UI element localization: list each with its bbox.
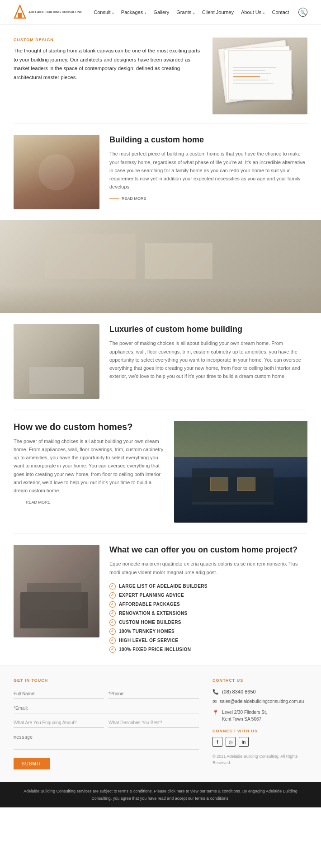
logo-icon <box>14 5 26 20</box>
read-more-building[interactable]: READ MORE <box>109 196 146 201</box>
offer-list: ✓ LARGE LIST OF ADELAIDE BUILDERS ✓ EXPE… <box>109 582 307 654</box>
check-icon-3: ✓ <box>109 601 116 608</box>
email-detail: ✉ sales@adelaidebuildingconsulting.com.a… <box>212 698 307 705</box>
full-width-image <box>0 220 321 313</box>
submit-button[interactable]: SUBMIT <box>14 758 50 769</box>
offer-image <box>14 545 99 637</box>
offer-section: What we can offer you on custom home pro… <box>0 534 321 665</box>
describe-select[interactable]: What Describes You Best? <box>109 718 199 728</box>
luxuries-heading: Luxuries of custom home building <box>109 324 307 335</box>
message-textarea[interactable] <box>14 732 199 750</box>
list-item-1: ✓ LARGE LIST OF ADELAIDE BUILDERS <box>109 582 307 591</box>
check-icon-7: ✓ <box>109 637 116 644</box>
footer-text: Adelaide Building Consulting services ar… <box>24 789 297 801</box>
nav-packages[interactable]: Packages ● <box>121 9 146 15</box>
list-item-7: ✓ HIGH LEVEL OF SERVICE <box>109 636 307 645</box>
check-icon-8: ✓ <box>109 646 116 653</box>
luxuries-section: Luxuries of custom home building The pow… <box>0 313 321 410</box>
contact-form: GET IN TOUCH What Are You Enquiring Abou… <box>14 678 199 769</box>
nav-contact[interactable]: Contact <box>272 9 289 15</box>
offer-body: Eque nonecte maiorem quatincto ex eria q… <box>109 560 307 576</box>
form-label: GET IN TOUCH <box>14 678 199 683</box>
read-more-how[interactable]: READ MORE <box>14 500 51 505</box>
footer-bar: Adelaide Building Consulting services ar… <box>0 782 321 807</box>
phone-input[interactable] <box>109 689 199 699</box>
address-detail: 📍 Level 2/30 Flinders St,Kent Town SA 50… <box>212 709 307 722</box>
header: ADELAIDE BUILDING CONSULTING Consult ● P… <box>0 0 321 25</box>
luxuries-body: The power of making choices is all about… <box>109 339 307 380</box>
how-body: The power of making choices is all about… <box>14 437 164 495</box>
building-image <box>14 135 99 209</box>
hero-image <box>212 38 307 114</box>
full-name-input[interactable] <box>14 689 104 699</box>
check-icon-4: ✓ <box>109 610 116 617</box>
list-item-6: ✓ 100% TURNKEY HOMES <box>109 627 307 636</box>
enquiry-select[interactable]: What Are You Enquiring About? <box>14 718 104 728</box>
offer-text: What we can offer you on custom home pro… <box>109 545 307 654</box>
logo-text: ADELAIDE BUILDING CONSULTING <box>28 10 82 14</box>
search-icon: 🔍 <box>300 10 306 15</box>
contact-section: GET IN TOUCH What Are You Enquiring Abou… <box>0 665 321 782</box>
how-text: How we do custom homes? The power of mak… <box>14 421 164 505</box>
how-heading: How we do custom homes? <box>14 421 164 433</box>
facebook-button[interactable]: f <box>212 737 222 747</box>
luxuries-text: Luxuries of custom home building The pow… <box>109 324 307 380</box>
hero-section: CUSTOM DESIGN The thought of starting fr… <box>0 25 321 123</box>
list-item-4: ✓ RENOVATION & EXTENSIONS <box>109 609 307 618</box>
nav-consult[interactable]: Consult ● <box>94 9 114 15</box>
email-address: sales@adelaidebuildingconsulting.com.au <box>220 698 304 705</box>
hero-text: CUSTOM DESIGN The thought of starting fr… <box>14 38 203 82</box>
list-item-2: ✓ EXPERT PLANNING ADVICE <box>109 591 307 600</box>
check-icon-2: ✓ <box>109 592 116 599</box>
logo[interactable]: ADELAIDE BUILDING CONSULTING <box>14 5 82 20</box>
building-heading: Building a custom home <box>109 135 307 145</box>
building-body: The most perfect piece of building a cus… <box>109 150 307 191</box>
nav-gallery[interactable]: Gallery <box>153 9 169 15</box>
search-button[interactable]: 🔍 <box>298 8 307 17</box>
hero-body: The thought of starting from a blank can… <box>14 47 203 82</box>
location-icon: 📍 <box>212 709 219 717</box>
how-section: How we do custom homes? The power of mak… <box>0 410 321 533</box>
email-input[interactable] <box>14 703 199 713</box>
phone-icon: 📞 <box>212 689 219 695</box>
list-item-8: ✓ 100% FIXED PRICE INCLUSION <box>109 645 307 654</box>
copyright: © 2021 Adelaide Building Consulting. All… <box>212 753 307 766</box>
check-icon-6: ✓ <box>109 628 116 635</box>
building-section: Building a custom home The most perfect … <box>0 124 321 220</box>
contact-info: CONTACT US 📞 (08) 8340 8650 ✉ sales@adel… <box>212 678 307 769</box>
how-image <box>174 421 307 523</box>
nav-client-journey[interactable]: Client Journey <box>202 9 234 15</box>
instagram-button[interactable]: ◎ <box>226 737 236 747</box>
nav-about[interactable]: About Us ● <box>241 9 265 15</box>
offer-heading: What we can offer you on custom home pro… <box>109 545 307 555</box>
linkedin-button[interactable]: in <box>239 737 249 747</box>
address-text: Level 2/30 Flinders St,Kent Town SA 5067 <box>222 709 267 722</box>
custom-design-label: CUSTOM DESIGN <box>14 38 203 42</box>
email-icon: ✉ <box>212 698 217 705</box>
check-icon-1: ✓ <box>109 583 116 590</box>
phone-number: (08) 8340 8650 <box>222 689 256 694</box>
check-icon-5: ✓ <box>109 619 116 626</box>
building-text: Building a custom home The most perfect … <box>109 135 307 201</box>
list-item-5: ✓ CUSTOM HOME BUILDERS <box>109 618 307 627</box>
list-item-3: ✓ AFFORDABLE PACKAGES <box>109 600 307 609</box>
social-label: CONNECT WITH US <box>212 729 307 733</box>
nav-grants[interactable]: Grants ● <box>176 9 194 15</box>
luxuries-image <box>14 324 99 399</box>
main-nav: Consult ● Packages ● Gallery Grants ● Cl… <box>94 9 289 15</box>
contact-info-label: CONTACT US <box>212 678 307 683</box>
svg-rect-1 <box>18 13 22 18</box>
social-icons: f ◎ in <box>212 737 307 747</box>
phone-detail: 📞 (08) 8340 8650 <box>212 689 307 695</box>
